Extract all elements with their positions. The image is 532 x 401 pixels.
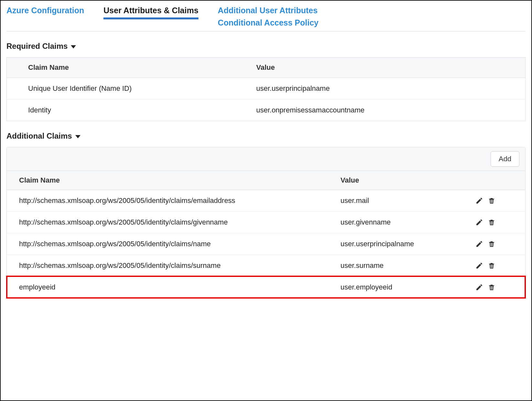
trash-icon — [488, 240, 495, 248]
edit-claim-button[interactable] — [475, 197, 483, 205]
add-bar: Add — [7, 147, 525, 171]
edit-claim-button[interactable] — [475, 240, 483, 248]
pencil-icon — [475, 262, 483, 269]
additional-claims-header-name: Claim Name — [7, 171, 328, 190]
additional-claim-value: user.givenname — [328, 211, 463, 233]
delete-claim-button[interactable] — [488, 240, 495, 248]
additional-claims-header-actions — [463, 171, 525, 190]
table-row: http://schemas.xmlsoap.org/ws/2005/05/id… — [7, 211, 525, 233]
additional-claims-header-value: Value — [328, 171, 463, 190]
tab-additional-user-attributes[interactable]: Additional User Attributes — [218, 4, 319, 16]
delete-claim-button[interactable] — [488, 283, 495, 291]
section-additional-claims-label: Additional Claims — [6, 132, 72, 141]
additional-claim-name: http://schemas.xmlsoap.org/ws/2005/05/id… — [7, 211, 328, 233]
additional-claim-name: http://schemas.xmlsoap.org/ws/2005/05/id… — [7, 233, 328, 255]
add-claim-button[interactable]: Add — [491, 151, 519, 167]
additional-claim-value: user.employeeid — [328, 276, 463, 298]
delete-claim-button[interactable] — [488, 262, 495, 269]
section-required-claims-label: Required Claims — [6, 42, 68, 51]
table-row: employeeiduser.employeeid — [7, 276, 525, 298]
tab-azure-configuration[interactable]: Azure Configuration — [6, 4, 84, 19]
required-claims-header-value: Value — [235, 57, 526, 78]
table-row: Identity user.onpremisessamaccountname — [7, 99, 526, 121]
table-row: Unique User Identifier (Name ID) user.us… — [7, 78, 526, 99]
tab-user-attributes-claims[interactable]: User Attributes & Claims — [103, 4, 198, 19]
additional-claim-name: employeeid — [7, 276, 328, 298]
pencil-icon — [475, 283, 483, 291]
row-actions — [463, 211, 525, 233]
page-container: Azure Configuration User Attributes & Cl… — [0, 0, 532, 401]
row-actions — [463, 255, 525, 276]
required-claims-table: Claim Name Value Unique User Identifier … — [6, 57, 526, 121]
section-additional-claims[interactable]: Additional Claims — [6, 132, 526, 141]
required-claim-name: Unique User Identifier (Name ID) — [7, 78, 235, 99]
edit-claim-button[interactable] — [475, 262, 483, 269]
delete-claim-button[interactable] — [488, 197, 495, 205]
required-claim-value: user.userprincipalname — [235, 78, 526, 99]
required-claims-header-name: Claim Name — [7, 57, 235, 78]
row-actions — [463, 190, 525, 211]
trash-icon — [488, 218, 495, 226]
additional-claim-name: http://schemas.xmlsoap.org/ws/2005/05/id… — [7, 190, 328, 211]
table-row: http://schemas.xmlsoap.org/ws/2005/05/id… — [7, 190, 525, 211]
additional-claim-name: http://schemas.xmlsoap.org/ws/2005/05/id… — [7, 255, 328, 276]
edit-claim-button[interactable] — [475, 283, 483, 291]
required-claim-value: user.onpremisessamaccountname — [235, 99, 526, 121]
additional-claim-value: user.userprincipalname — [328, 233, 463, 255]
table-row: http://schemas.xmlsoap.org/ws/2005/05/id… — [7, 233, 525, 255]
caret-down-icon — [71, 45, 76, 48]
table-row: http://schemas.xmlsoap.org/ws/2005/05/id… — [7, 255, 525, 276]
edit-claim-button[interactable] — [475, 218, 483, 226]
additional-claim-value: user.mail — [328, 190, 463, 211]
required-claim-name: Identity — [7, 99, 235, 121]
additional-claim-value: user.surname — [328, 255, 463, 276]
caret-down-icon — [75, 135, 80, 138]
trash-icon — [488, 283, 495, 291]
delete-claim-button[interactable] — [488, 218, 495, 226]
pencil-icon — [475, 197, 483, 205]
tab-bar: Azure Configuration User Attributes & Cl… — [6, 4, 526, 31]
trash-icon — [488, 197, 495, 205]
additional-claims-panel: Add Claim Name Value http://schemas.xmls… — [6, 147, 526, 298]
row-actions — [463, 276, 525, 298]
pencil-icon — [475, 240, 483, 248]
row-actions — [463, 233, 525, 255]
additional-claims-table: Claim Name Value http://schemas.xmlsoap.… — [7, 171, 525, 298]
pencil-icon — [475, 218, 483, 226]
section-required-claims[interactable]: Required Claims — [6, 42, 526, 51]
trash-icon — [488, 262, 495, 269]
tab-group-right: Additional User Attributes Conditional A… — [218, 4, 319, 31]
tab-conditional-access-policy[interactable]: Conditional Access Policy — [218, 16, 319, 31]
